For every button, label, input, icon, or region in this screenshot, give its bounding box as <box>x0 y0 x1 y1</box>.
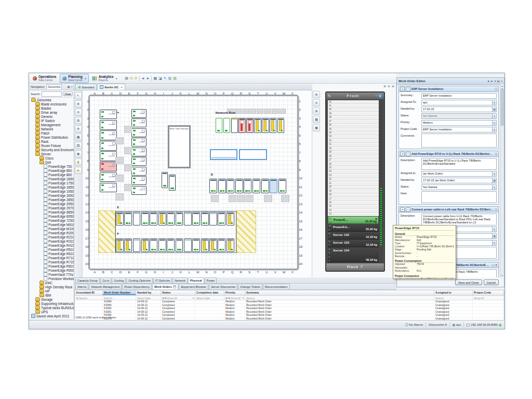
tree-item[interactable]: Storage <box>30 297 74 301</box>
floorplan-rack[interactable] <box>218 179 226 193</box>
field-assignedto[interactable]: apc <box>421 100 497 105</box>
floorplan-rack[interactable] <box>209 179 217 193</box>
column-header[interactable]: Needed by <box>136 290 161 295</box>
tree-item[interactable]: PowerVault 770s <box>30 272 74 276</box>
tree-item[interactable]: Saved view April 2013 <box>30 314 74 318</box>
column-header[interactable]: Summary <box>245 290 434 295</box>
floorplan-server[interactable] <box>100 172 117 182</box>
tree-item[interactable]: EMC <box>30 281 74 285</box>
scrollbar[interactable]: ▲ ▼ <box>500 84 504 277</box>
floorplan-rack[interactable] <box>252 179 260 193</box>
redo-icon[interactable]: ⟳ <box>135 76 138 81</box>
tool-tab-network-management[interactable]: Network Management <box>89 284 122 289</box>
tree-item[interactable]: PowerEdge 2970 <box>30 206 74 210</box>
tree-item[interactable]: Patch <box>30 131 74 135</box>
rack-slot[interactable]: 21 <box>328 181 379 185</box>
tool-tab-alarms[interactable]: Alarms <box>75 284 88 289</box>
floorplan-rack[interactable] <box>124 238 132 252</box>
floorplan-rack[interactable] <box>158 212 166 225</box>
tree-item[interactable]: PowerEdge 1850 <box>30 185 74 189</box>
rack-equipment[interactable]: 12 11 PowerE...25,45 kg+ <box>328 216 379 224</box>
floorplan-rack[interactable] <box>262 118 269 133</box>
rack-slot[interactable]: 13 <box>328 212 379 216</box>
field-note[interactable] <box>421 191 497 203</box>
field-status[interactable]: Not Started <box>421 113 497 119</box>
pointer-icon[interactable]: ↖ <box>75 92 82 99</box>
visibility-icon[interactable]: ◉ <box>75 150 82 157</box>
view-tab-it-optimize[interactable]: IT Optimize <box>153 277 172 283</box>
tree-item[interactable]: Room Fixture <box>30 143 74 148</box>
tree-item[interactable]: PowerEdge R810 <box>30 264 74 268</box>
column-filter[interactable]: Search... <box>245 296 434 300</box>
tree-item[interactable]: Generic <box>30 114 74 118</box>
tree-item[interactable]: PowerEdge R900 <box>30 268 74 272</box>
floorplan-rack[interactable] <box>176 212 183 225</box>
floorplan-rack[interactable] <box>184 212 192 225</box>
tree-item[interactable]: PowerEdge M610 Blade <box>30 222 74 227</box>
column-filter[interactable]: Search... <box>434 296 473 300</box>
tree-item[interactable]: PowerEdge 1950 <box>30 189 74 193</box>
field-neededby[interactable]: 17-02-15 <box>421 107 497 112</box>
section-header[interactable]: ▴▪Connect power cable to Left rear Rack … <box>399 207 498 212</box>
marker-icon[interactable]: ▰ <box>75 167 82 174</box>
collapse-icon[interactable]: ▴ <box>400 152 405 156</box>
image-icon[interactable]: ▦ <box>153 76 157 81</box>
chevron-down-icon[interactable]: ▾ <box>85 77 86 80</box>
column-header[interactable]: Status <box>161 290 195 295</box>
scroll-up-icon[interactable]: ▲ <box>500 84 504 88</box>
link-icon[interactable]: ▪ <box>406 207 410 212</box>
floorplan-rack[interactable] <box>218 212 225 225</box>
zoom-in-icon[interactable]: ⊕ <box>75 100 82 108</box>
floorplan-rack[interactable] <box>169 175 176 191</box>
tree-item[interactable]: Precision Workstation 7300 <box>30 276 74 281</box>
column-filter[interactable]: Select Date <box>136 296 161 300</box>
rack-slot[interactable]: 42 <box>328 100 379 104</box>
floorplan-rack[interactable] <box>141 238 149 252</box>
scrollbar-thumb[interactable] <box>501 88 503 126</box>
rack-slot[interactable]: 25 <box>328 166 379 169</box>
chevron-down-icon[interactable]: ▾ <box>116 77 117 80</box>
floorplan-server[interactable] <box>131 109 146 118</box>
floorplan-server[interactable] <box>100 120 117 130</box>
section-header[interactable]: ▴▪ERP Server Installation◲ <box>399 86 498 92</box>
tree-item[interactable]: Typical racks BUNDLES <box>30 305 74 310</box>
rack-slot[interactable]: 31 <box>328 143 379 147</box>
tree-item[interactable]: PowerEdge R610 <box>30 251 74 256</box>
tree-item[interactable]: PowerEdge 7250 <box>30 218 74 222</box>
floorplan-rack[interactable] <box>167 238 175 252</box>
rack-slot[interactable]: 19 <box>328 189 379 193</box>
floorplan-rack[interactable] <box>244 179 251 193</box>
floorplan-rack[interactable] <box>231 118 238 133</box>
doc-green-icon[interactable]: ▧ <box>173 76 177 81</box>
tree-item[interactable]: PowerEdge 2650 <box>30 193 74 197</box>
rack-slot[interactable]: 14 <box>328 208 379 212</box>
collapse-icon[interactable]: ▴ <box>400 207 405 212</box>
scroll-down-icon[interactable]: ▼ <box>500 274 504 277</box>
rack-slot[interactable]: 15 <box>328 205 379 208</box>
minimize-icon[interactable]: − <box>375 94 377 98</box>
tree-item[interactable]: Drive array <box>30 110 74 114</box>
tree-item[interactable]: High Density Rack <box>30 285 74 289</box>
expand-icon[interactable]: ◲ <box>495 87 497 90</box>
fit-view-icon[interactable]: ⊞ <box>313 108 320 115</box>
link-icon[interactable]: ▪ <box>406 152 410 156</box>
floorplan-server[interactable] <box>131 167 146 176</box>
floorplan-rack[interactable] <box>201 212 209 225</box>
zoom-in-icon[interactable]: ⊕ <box>313 91 320 98</box>
section-header[interactable]: ▴▪Add PowerEdge R715 to U (L) Rack 7/B/B… <box>399 151 498 157</box>
floorplan-server[interactable] <box>131 157 146 166</box>
column-header[interactable]: Project Code <box>473 290 504 295</box>
tree-item[interactable]: PowerEdge 6850 <box>30 210 74 214</box>
floorplan-server[interactable] <box>100 162 117 171</box>
tree-item[interactable]: PowerEdge 850 <box>30 168 74 172</box>
floorplan-canvas[interactable]: AABBCCDDEEFFGGHHIIJJKKLLMMNNOOPPQQRRSSTT… <box>83 90 312 277</box>
rack-slot[interactable]: 35 <box>328 127 379 131</box>
floorplan-rack[interactable] <box>209 238 217 252</box>
floorplan-rack[interactable] <box>261 179 269 193</box>
wrench-icon[interactable]: ✎ <box>164 76 167 81</box>
floorplan-rack[interactable] <box>192 238 200 252</box>
column-header[interactable]: Completion date <box>195 290 224 295</box>
rack-slot[interactable]: 17 <box>328 197 379 201</box>
grid-icon[interactable]: ▦ <box>75 134 82 141</box>
forward-icon[interactable]: ► <box>147 76 150 81</box>
